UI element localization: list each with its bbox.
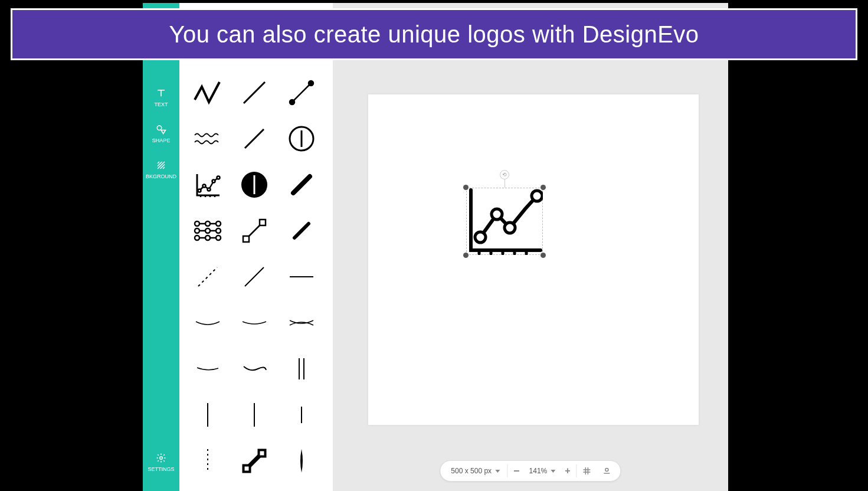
grid-toggle-button[interactable] [577, 461, 597, 481]
shape-dashed-diagonal[interactable] [189, 258, 227, 296]
svg-point-21 [216, 235, 221, 240]
svg-point-8 [208, 188, 211, 191]
shape-short-diagonal[interactable] [283, 212, 320, 250]
svg-rect-27 [260, 451, 264, 456]
svg-point-19 [195, 235, 199, 240]
background-icon [156, 160, 166, 171]
canvas-size-value: 500 x 500 px [451, 467, 492, 475]
svg-point-18 [216, 228, 221, 233]
shape-dotted-vertical[interactable] [189, 442, 227, 480]
layers-button[interactable] [597, 461, 617, 481]
shape-curve-down-left[interactable] [189, 304, 227, 342]
sidebar-label: TEXT [154, 102, 168, 107]
resize-handle-br[interactable] [541, 253, 546, 258]
shape-swoosh-curve[interactable] [235, 350, 273, 388]
selected-element[interactable]: ⟲ [466, 188, 543, 255]
svg-rect-23 [260, 220, 266, 225]
shape-dashed-vertical[interactable] [283, 488, 320, 491]
text-icon [156, 88, 166, 99]
sidebar: TEXT SHAPE BKGROUND SETTINGS [143, 3, 179, 491]
chevron-down-icon [551, 470, 555, 473]
shape-thick-diagonal[interactable] [283, 166, 320, 204]
svg-point-3 [309, 81, 313, 86]
svg-point-30 [505, 222, 515, 233]
resize-handle-tl[interactable] [463, 185, 469, 190]
sidebar-label: SETTINGS [148, 466, 174, 472]
canvas-area[interactable]: ⟲ 500 x 500 px [333, 3, 728, 491]
shape-double-vertical[interactable] [283, 350, 320, 388]
svg-point-13 [195, 221, 199, 226]
svg-point-20 [205, 235, 210, 240]
gear-icon [156, 453, 166, 463]
bottom-toolbar: 500 x 500 px − 141% + [440, 460, 621, 482]
shape-curve-down-short[interactable] [189, 350, 227, 388]
shape-crossing-curves[interactable] [283, 304, 320, 342]
svg-rect-22 [243, 236, 249, 242]
shape-vertical-line-2[interactable] [235, 396, 273, 434]
svg-point-28 [475, 232, 486, 243]
svg-point-9 [212, 180, 215, 183]
rotate-connector-line [505, 179, 505, 188]
shape-circle-bar[interactable] [283, 120, 320, 158]
resize-handle-tr[interactable] [541, 185, 546, 190]
shape-solid-circle-bar[interactable] [235, 166, 273, 204]
shape-connected-dots[interactable] [189, 212, 227, 250]
svg-point-16 [195, 228, 199, 233]
shape-vertical-line[interactable] [189, 396, 227, 434]
sidebar-item-settings[interactable]: SETTINGS [143, 444, 179, 480]
svg-point-1 [160, 457, 163, 460]
shape-square-endpoint-line[interactable] [235, 212, 273, 250]
sidebar-item-shape[interactable]: SHAPE [143, 116, 179, 152]
zoom-dropdown[interactable]: 141% [526, 461, 559, 481]
svg-point-17 [205, 228, 210, 233]
resize-handle-bl[interactable] [463, 253, 469, 258]
svg-point-29 [492, 209, 502, 220]
sidebar-label: SHAPE [152, 138, 171, 143]
shape-panel [179, 3, 333, 491]
rotate-handle[interactable]: ⟲ [500, 170, 509, 179]
shape-curve-down-center[interactable] [235, 304, 273, 342]
canvas[interactable]: ⟲ [368, 94, 699, 425]
layers-icon [603, 467, 611, 475]
svg-point-6 [198, 189, 201, 192]
shape-blade[interactable] [283, 442, 320, 480]
shape-diagonal-line-2[interactable] [235, 120, 273, 158]
banner: You can also create unique logos with De… [11, 8, 857, 60]
svg-point-2 [290, 100, 294, 104]
svg-point-14 [205, 221, 210, 226]
shape-grid [189, 74, 323, 491]
svg-point-0 [157, 126, 162, 130]
shape-icon [156, 124, 166, 135]
sidebar-item-background[interactable]: BKGROUND [143, 152, 179, 188]
svg-point-15 [216, 221, 221, 226]
shape-square-connector[interactable] [235, 442, 273, 480]
zoom-value: 141% [529, 467, 548, 475]
app-window: TEXT SHAPE BKGROUND SETTINGS [140, 0, 731, 491]
zoom-out-button[interactable]: − [507, 461, 526, 481]
shape-diagonal-line[interactable] [235, 74, 273, 112]
shape-zigzag-line[interactable] [189, 74, 227, 112]
shape-flag-right[interactable] [235, 488, 273, 491]
canvas-size-dropdown[interactable]: 500 x 500 px [444, 461, 507, 481]
shape-horizontal-line[interactable] [283, 258, 320, 296]
svg-point-32 [605, 469, 608, 472]
chevron-down-icon [495, 470, 500, 473]
shape-wavy-double[interactable] [189, 120, 227, 158]
shape-line-chart-axes[interactable] [189, 166, 227, 204]
svg-point-31 [532, 191, 542, 201]
svg-rect-26 [244, 466, 249, 471]
banner-text: You can also create unique logos with De… [169, 21, 699, 48]
sidebar-label: BKGROUND [146, 174, 176, 179]
shape-flag-left[interactable] [189, 488, 227, 491]
shape-short-vertical[interactable] [283, 396, 320, 434]
zoom-in-button[interactable]: + [559, 461, 576, 481]
svg-point-7 [203, 185, 206, 188]
grid-icon [583, 467, 591, 475]
shape-line-dot-endpoints[interactable] [283, 74, 320, 112]
sidebar-item-text[interactable]: TEXT [143, 80, 179, 116]
line-chart-icon[interactable] [466, 188, 543, 255]
svg-point-10 [217, 176, 220, 179]
shape-thin-diagonal[interactable] [235, 258, 273, 296]
